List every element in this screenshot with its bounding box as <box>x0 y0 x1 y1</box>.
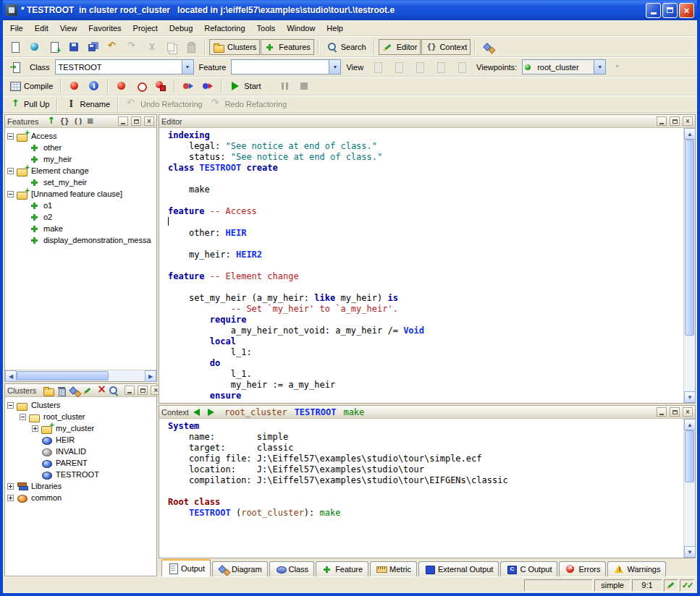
menu-view[interactable]: View <box>54 22 83 35</box>
tab-feature[interactable]: Feature <box>316 561 368 576</box>
expand-icon[interactable] <box>32 425 38 432</box>
clusters-button[interactable]: Clusters <box>209 39 260 55</box>
viewpoints-combo[interactable]: root_cluster▼ <box>522 59 606 74</box>
window-close-button[interactable]: × <box>679 3 694 18</box>
context-panel-titlebar[interactable]: Context root_clusterTESTROOTmake × <box>159 406 695 419</box>
collapse-icon[interactable] <box>7 191 14 197</box>
remove-item-icon[interactable] <box>95 385 106 396</box>
tree-item-display-demonstration-messa[interactable]: display_demonstration_messa <box>5 234 156 246</box>
undo-icon[interactable] <box>104 39 122 55</box>
save-icon[interactable] <box>64 39 83 55</box>
scrollbar-thumb[interactable] <box>17 371 109 380</box>
tab-warnings[interactable]: Warnings <box>607 561 666 576</box>
menu-tools[interactable]: Tools <box>251 22 282 35</box>
collapse-icon[interactable] <box>20 414 26 420</box>
menu-file[interactable]: File <box>4 22 29 35</box>
save-all-icon[interactable] <box>84 39 103 55</box>
context-vertical-scrollbar[interactable]: ▲ ▼ <box>683 419 695 558</box>
collapse-icon[interactable] <box>7 168 14 174</box>
maximize-button[interactable] <box>138 386 148 395</box>
features-horizontal-scrollbar[interactable]: ◀ ▶ <box>5 370 156 381</box>
collapse-icon[interactable] <box>7 133 14 140</box>
tree-item-unnamed-feature-clause[interactable]: [Unnamed feature clause] <box>5 188 156 200</box>
freeze-icon[interactable] <box>112 78 131 94</box>
scrollbar-track[interactable] <box>17 370 145 381</box>
scroll-up-icon[interactable]: ▲ <box>684 419 696 430</box>
tree-item-common[interactable]: common <box>5 492 156 503</box>
close-button[interactable]: × <box>683 116 693 126</box>
melt-icon[interactable] <box>65 78 84 94</box>
precompile-icon[interactable] <box>132 78 151 94</box>
menu-favorites[interactable]: Favorites <box>83 22 127 35</box>
search-button[interactable]: Search <box>323 39 370 55</box>
tree-item-make[interactable]: make <box>5 223 156 234</box>
scrollbar-thumb[interactable] <box>685 140 694 336</box>
tab-external-output[interactable]: External Output <box>418 561 499 576</box>
delete-item-icon[interactable] <box>56 385 67 396</box>
expand-icon[interactable] <box>7 495 14 501</box>
tree-item-clusters[interactable]: Clusters <box>5 399 156 411</box>
tree-item-root-cluster[interactable]: root_cluster <box>5 411 156 422</box>
alias-toggle-icon[interactable] <box>71 116 83 127</box>
tab-class[interactable]: Class <box>269 561 315 576</box>
finalize-icon[interactable] <box>151 78 170 94</box>
minimize-button[interactable] <box>118 116 128 126</box>
history-back-icon[interactable] <box>191 406 203 418</box>
tree-item-testroot[interactable]: TESTROOT <box>5 469 156 480</box>
menu-refactoring[interactable]: Refactoring <box>198 22 250 35</box>
scroll-down-icon[interactable]: ▼ <box>684 391 696 403</box>
signature-toggle-icon[interactable] <box>58 116 69 127</box>
tree-item-access[interactable]: Access <box>5 130 156 142</box>
assertion-checking-icon[interactable] <box>198 78 217 94</box>
class-combo[interactable]: TESTROOT▼ <box>55 59 194 74</box>
tree-item-element-change[interactable]: Element change <box>5 165 156 176</box>
breadcrumb-root-cluster[interactable]: root_cluster <box>224 407 287 417</box>
tree-item-o1[interactable]: o1 <box>5 200 156 211</box>
new-editor-window-icon[interactable] <box>45 39 64 55</box>
tab-metric[interactable]: Metric <box>370 561 417 576</box>
collapse-icon[interactable] <box>7 402 14 409</box>
tab-output[interactable]: Output <box>161 559 211 576</box>
close-button[interactable]: × <box>144 116 154 126</box>
window-titlebar[interactable]: * TESTROOT in cluster root_cluster locat… <box>3 0 697 20</box>
features-button[interactable]: Features <box>261 39 313 55</box>
scrollbar-track[interactable] <box>684 140 695 391</box>
history-forward-icon[interactable] <box>205 406 216 418</box>
add-class-icon[interactable] <box>69 385 80 396</box>
close-button[interactable]: × <box>683 407 693 417</box>
window-minimize-button[interactable] <box>646 3 661 18</box>
window-restore-button[interactable] <box>662 3 678 18</box>
exception-handling-icon[interactable] <box>179 78 198 94</box>
editor-button[interactable]: Editor <box>379 39 421 55</box>
feature-combo[interactable]: ▼ <box>231 59 341 74</box>
tree-item-parent[interactable]: PARENT <box>5 457 156 469</box>
maximize-button[interactable] <box>670 116 680 126</box>
editor-vertical-scrollbar[interactable]: ▲ ▼ <box>683 128 695 403</box>
open-file-icon[interactable] <box>25 39 44 55</box>
tree-item-o2[interactable]: o2 <box>5 211 156 223</box>
comments-toggle-icon[interactable] <box>84 116 96 127</box>
combo-dropdown-icon[interactable]: ▼ <box>182 60 193 74</box>
scrollbar-track[interactable] <box>684 430 695 546</box>
tree-item-invalid[interactable]: INVALID <box>5 446 156 457</box>
menu-window[interactable]: Window <box>281 22 321 35</box>
features-panel-titlebar[interactable]: Features × <box>5 115 156 128</box>
tree-item-libraries[interactable]: Libraries <box>5 480 156 492</box>
breadcrumb-testroot[interactable]: TESTROOT <box>295 407 337 417</box>
menu-project[interactable]: Project <box>127 22 164 35</box>
expand-icon[interactable] <box>7 483 14 490</box>
scroll-left-icon[interactable]: ◀ <box>5 370 17 382</box>
add-cluster-icon[interactable] <box>43 385 54 396</box>
scroll-right-icon[interactable]: ▶ <box>145 370 156 382</box>
edit-item-icon[interactable] <box>82 385 93 396</box>
editor-panel-titlebar[interactable]: Editor × <box>159 115 695 128</box>
breadcrumb-make[interactable]: make <box>343 407 364 417</box>
context-output-area[interactable]: System name: simple target: classic conf… <box>159 419 683 558</box>
compile-button[interactable]: Compile <box>6 78 56 94</box>
minimize-button[interactable] <box>657 116 667 126</box>
sort-features-icon[interactable] <box>45 116 56 127</box>
tree-item-my-cluster[interactable]: my_cluster <box>5 422 156 434</box>
menu-edit[interactable]: Edit <box>29 22 54 35</box>
tab-errors[interactable]: Errors <box>559 561 606 576</box>
start-button[interactable]: Start <box>226 78 264 94</box>
